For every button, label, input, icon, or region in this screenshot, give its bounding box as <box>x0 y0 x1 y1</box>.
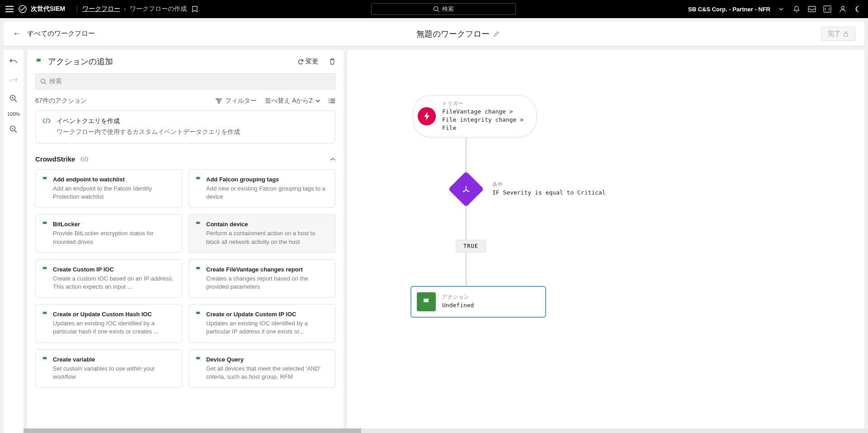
svg-point-8 <box>41 79 45 83</box>
breadcrumb-workflow[interactable]: ワークフロー <box>82 5 120 13</box>
action-title: Add endpoint to watchlist <box>53 176 175 183</box>
svg-point-1 <box>434 7 438 11</box>
flag-icon <box>42 176 48 201</box>
event-card-desc: ワークフロー内で使用するカスタムイベントデータクエリを作成 <box>57 127 240 137</box>
panel-search-input[interactable]: 検索 <box>35 73 335 90</box>
chevron-down-icon[interactable] <box>777 5 786 14</box>
flag-icon <box>35 57 43 66</box>
group-header[interactable]: CrowdStrike 60 <box>35 152 335 169</box>
svg-point-9 <box>217 99 218 100</box>
svg-point-11 <box>218 102 220 104</box>
action-card[interactable]: Create FileVantage changes reportCreates… <box>189 259 335 298</box>
action-card[interactable]: Device QueryGet all devices that meet th… <box>189 349 335 388</box>
action-panel: アクションの追加 変更 検索 67件のアクション フィルター 並べ替え AからZ <box>27 50 344 433</box>
breadcrumb-divider: › <box>124 5 126 13</box>
svg-rect-5 <box>844 33 848 36</box>
action-title: Contain device <box>206 221 329 228</box>
action-card[interactable]: Add endpoint to watchlistAdd an endpoint… <box>35 169 182 208</box>
action-desc: Perform a containment action on a host t… <box>206 229 329 246</box>
logo-icon <box>18 5 27 14</box>
bell-icon[interactable] <box>792 5 801 14</box>
action-title: Create Custom IP IOC <box>53 266 175 273</box>
flag-icon <box>195 221 202 246</box>
group-name: CrowdStrike <box>35 155 75 163</box>
done-button[interactable]: 完了 <box>821 27 855 41</box>
flag-icon <box>42 356 48 381</box>
action-card[interactable]: Add Falcon grouping tagsAdd new or exist… <box>189 169 335 208</box>
action-desc: Get all devices that meet the selected '… <box>206 365 329 381</box>
flag-icon <box>417 292 436 311</box>
action-card[interactable]: Create variableSet custom variables to u… <box>35 349 182 388</box>
toolstrip: 100% <box>4 50 24 433</box>
global-search[interactable]: 検索 <box>371 3 516 15</box>
bolt-icon <box>418 107 436 125</box>
action-card[interactable]: Contain devicePerform a containment acti… <box>189 214 335 252</box>
trigger-text: FileVantage change > File integrity chan… <box>442 108 524 133</box>
lock-icon <box>843 31 849 37</box>
moon-icon[interactable] <box>854 5 863 14</box>
view-toggle[interactable] <box>328 98 335 104</box>
back-arrow-icon[interactable]: ← <box>13 29 21 38</box>
workflow-canvas[interactable]: トリガー FileVantage change > File integrity… <box>347 50 864 433</box>
condition-node[interactable]: 条件 IF Severity is equal to Critical <box>453 176 605 202</box>
action-desc: Updates an existing IOC identified by a … <box>53 319 175 336</box>
event-card-title: イベントクエリを作成 <box>57 117 240 125</box>
code-icon[interactable] <box>823 5 832 14</box>
horizontal-scrollbar[interactable] <box>24 428 868 433</box>
inbox-icon[interactable] <box>807 5 816 14</box>
action-card[interactable]: Create or Update Custom Hash IOCUpdates … <box>35 304 182 343</box>
action-node[interactable]: アクション Undefined <box>410 286 546 318</box>
back-label[interactable]: すべてのワークフロー <box>27 29 95 38</box>
edge <box>466 252 467 286</box>
flag-icon <box>195 311 202 336</box>
change-button[interactable]: 変更 <box>297 57 318 66</box>
group-count: 60 <box>80 155 88 163</box>
panel-search-placeholder: 検索 <box>49 77 62 86</box>
topbar: 次世代SIEM | ワークフロー › ワークフローの作成 検索 SB C&S C… <box>0 0 868 18</box>
action-title: Create variable <box>53 356 175 363</box>
action-desc: Create a custom IOC based on an IP addre… <box>53 275 175 291</box>
action-desc: Provide BitLocker encryption status for … <box>53 229 175 246</box>
action-desc: Add an endpoint to the Falcon Identity P… <box>53 185 175 201</box>
flag-icon <box>195 176 202 201</box>
redo-button[interactable] <box>7 73 20 86</box>
sort-button[interactable]: 並べ替え AからZ <box>265 97 320 105</box>
breadcrumb-create: ワークフローの作成 <box>130 5 187 13</box>
edit-title-icon[interactable] <box>493 31 500 37</box>
subheader: ← すべてのワークフロー 無題のワークフロー 完了 <box>4 22 864 46</box>
action-text: Undefined <box>442 301 474 309</box>
action-title: BitLocker <box>53 221 175 228</box>
action-title: Add Falcon grouping tags <box>206 176 329 183</box>
undo-button[interactable] <box>7 54 20 67</box>
zoom-in-button[interactable] <box>7 92 20 105</box>
brand-label: 次世代SIEM <box>31 5 65 13</box>
flag-icon <box>42 266 48 291</box>
done-label: 完了 <box>828 30 840 38</box>
delete-button[interactable] <box>329 58 335 65</box>
chevron-up-icon[interactable] <box>330 157 335 161</box>
flag-icon <box>42 311 48 336</box>
menu-icon[interactable] <box>5 6 14 12</box>
user-icon[interactable] <box>838 5 847 14</box>
action-title: Device Query <box>206 356 329 363</box>
action-desc: Creates a changes report based on the pr… <box>206 275 329 291</box>
corp-label[interactable]: SB C&S Corp. - Partner - NFR <box>688 6 770 13</box>
svg-point-4 <box>841 6 844 9</box>
bookmark-icon[interactable] <box>190 5 199 14</box>
action-title: Create FileVantage changes report <box>206 266 329 273</box>
action-card[interactable]: BitLockerProvide BitLocker encryption st… <box>35 214 182 252</box>
trigger-node[interactable]: トリガー FileVantage change > File integrity… <box>413 95 537 138</box>
zoom-level: 100% <box>7 111 20 117</box>
filter-button[interactable]: フィルター <box>215 97 257 105</box>
svg-point-10 <box>219 100 221 102</box>
event-query-card[interactable]: イベントクエリを作成 ワークフロー内で使用するカスタムイベントデータクエリを作成 <box>35 110 335 143</box>
scrollbar-thumb[interactable] <box>24 428 361 433</box>
action-title: Create or Update Custom IP IOC <box>206 311 329 318</box>
action-card[interactable]: Create Custom IP IOCCreate a custom IOC … <box>35 259 182 298</box>
edge <box>466 202 467 240</box>
zoom-out-button[interactable] <box>7 123 20 136</box>
panel-title: アクションの追加 <box>48 56 293 67</box>
trigger-label: トリガー <box>442 100 524 107</box>
action-card[interactable]: Create or Update Custom IP IOCUpdates an… <box>189 304 335 343</box>
flag-icon <box>42 221 48 246</box>
